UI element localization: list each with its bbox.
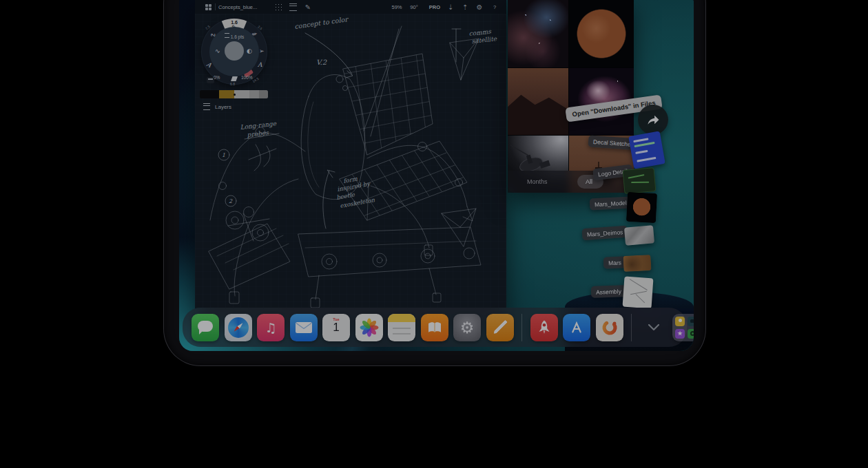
opacity-icon[interactable]: ◐ [247, 47, 252, 54]
photo-mars-planet[interactable] [569, 0, 634, 67]
decal-text-line [637, 157, 656, 162]
dock-icon-app-store[interactable] [563, 314, 590, 341]
document-title[interactable]: Concepts_blue... [218, 0, 267, 14]
badge-number-1: 1 [222, 152, 225, 158]
logo-sketch-line [631, 182, 649, 183]
assembly-sketch-line [630, 279, 648, 290]
dock: ♫ Tue 1 [183, 308, 687, 347]
swatch-gray[interactable] [249, 90, 259, 98]
dock-chevron-down-button[interactable] [642, 314, 665, 341]
dock-icon-music[interactable]: ♫ [257, 314, 285, 341]
drag-thumb-mars[interactable] [623, 255, 651, 272]
color-swatch-strip[interactable] [200, 90, 268, 98]
forward-arrow-icon [645, 112, 661, 127]
envelope-icon [295, 321, 313, 334]
chevron-down-icon [648, 324, 659, 330]
dock-icon-books[interactable] [421, 314, 448, 341]
smoothing-icon[interactable]: ∿ [215, 47, 220, 54]
layers-label: Layers [215, 104, 231, 110]
opacity-min-label: 0% [214, 75, 220, 80]
dock-divider [631, 314, 632, 341]
music-note-icon: ♫ [265, 320, 276, 335]
palette-toggle-icon[interactable] [207, 77, 214, 83]
notes-line [393, 333, 411, 334]
photo-nebula-horsehead[interactable] [508, 0, 568, 67]
swatch-black[interactable] [200, 90, 219, 98]
mini-app-star: ★ [675, 329, 685, 339]
dock-icon-calendar[interactable]: Tue 1 [322, 314, 350, 341]
selection-pen-icon[interactable]: ✎ [303, 0, 313, 14]
help-icon[interactable]: ? [490, 0, 499, 14]
notes-header [388, 314, 415, 322]
stack-layers-icon[interactable] [288, 0, 298, 14]
assembly-sketch-line [630, 291, 647, 295]
app-grid-icon[interactable] [203, 0, 213, 14]
tab-months[interactable]: Months [527, 178, 548, 185]
swatch-position-dot [234, 94, 236, 96]
stroke-width-label: 1.6 pts [209, 33, 259, 39]
notes-line [393, 328, 411, 329]
dock-icon-safari[interactable] [225, 314, 252, 341]
concepts-app-window: Concepts_blue... ✎ 59% 90° PRO ⇣ ⇡ ⚙ ? [195, 0, 506, 318]
tool-wheel-center-knob[interactable] [225, 41, 244, 61]
gear-icon: ⚙ [460, 319, 475, 337]
decal-text-line [634, 142, 655, 147]
swatch-light-gray[interactable] [234, 90, 249, 98]
dock-icon-notes[interactable] [388, 314, 415, 341]
opacity-max-label: 100% [241, 75, 253, 80]
share-forward-button[interactable] [638, 105, 668, 135]
swatch-dark-gray[interactable] [259, 90, 268, 98]
photos-app-window: Months All [508, 0, 634, 193]
settings-gear-icon[interactable]: ⚙ [475, 0, 484, 14]
zoom-level[interactable]: 59% [389, 0, 405, 14]
app-store-a-icon [568, 319, 586, 337]
mini-app-record [688, 329, 694, 339]
swatch-gold[interactable] [219, 90, 234, 98]
calendar-day: 1 [322, 321, 350, 333]
download-icon[interactable]: ⇣ [446, 0, 455, 14]
drag-label-mars-model[interactable]: Mars_Model [590, 196, 632, 210]
dock-icon-sketch-pen[interactable] [486, 314, 514, 341]
tool-wheel[interactable]: 1.6 ✎ ∿ ✐ ➢ A A 7.5 3.5 14.5 6.8 1.6 pts… [201, 19, 267, 85]
ring-size-bottom: 6.8 [230, 82, 235, 86]
airbrush-tool-icon[interactable]: ➢ [259, 47, 265, 54]
layers-button[interactable]: Layers [203, 103, 231, 110]
decal-text-line [635, 150, 648, 154]
dock-icon-mail[interactable] [290, 314, 318, 341]
dock-icon-concepts[interactable] [596, 314, 623, 341]
ipad-screen: Concepts_blue... ✎ 59% 90° PRO ⇣ ⇡ ⚙ ? [179, 0, 694, 351]
mini-app-camera [688, 317, 694, 326]
drag-thumb-mars-deimos[interactable] [624, 225, 654, 246]
dock-icon-photos[interactable] [355, 314, 383, 341]
slider-icon [225, 33, 229, 38]
pro-badge[interactable]: PRO [426, 0, 443, 14]
mini-app-tips [675, 317, 685, 326]
layers-icon [203, 103, 210, 110]
rotation-value[interactable]: 90° [406, 0, 422, 14]
drag-label-assembly[interactable]: Assembly [591, 285, 626, 298]
dock-icon-messages[interactable] [192, 314, 219, 341]
pen-icon [493, 319, 508, 334]
precision-grid-icon[interactable] [273, 0, 283, 14]
photo-mars-landscape[interactable] [508, 68, 568, 135]
dock-icon-rocket[interactable] [530, 314, 558, 341]
tab-all[interactable]: All [586, 178, 592, 185]
dock-icon-app-library[interactable]: ★ [672, 314, 694, 341]
drag-thumb-mars-model[interactable] [626, 192, 657, 223]
concepts-toolbar: Concepts_blue... ✎ 59% 90° PRO ⇣ ⇡ ⚙ ? [195, 0, 506, 14]
speech-bubble-icon [198, 321, 213, 332]
logo-sketch-line [628, 174, 645, 178]
drag-thumb-logo-detail[interactable] [623, 167, 657, 194]
drag-thumb-assembly[interactable] [623, 277, 654, 309]
drag-thumb-decal-sketches[interactable] [628, 131, 665, 169]
open-book-icon [426, 321, 443, 334]
dock-divider [521, 314, 522, 341]
text-tool-icon[interactable]: A [258, 61, 262, 68]
decal-text-line [633, 138, 648, 142]
dock-icon-settings[interactable]: ⚙ [453, 314, 481, 341]
rocket-icon [536, 319, 552, 337]
toolbar-separator [214, 0, 216, 14]
note-version: V.2 [316, 58, 327, 66]
screenshot-stage: Concepts_blue... ✎ 59% 90° PRO ⇣ ⇡ ⚙ ? [0, 0, 868, 468]
export-icon[interactable]: ⇡ [460, 0, 470, 14]
